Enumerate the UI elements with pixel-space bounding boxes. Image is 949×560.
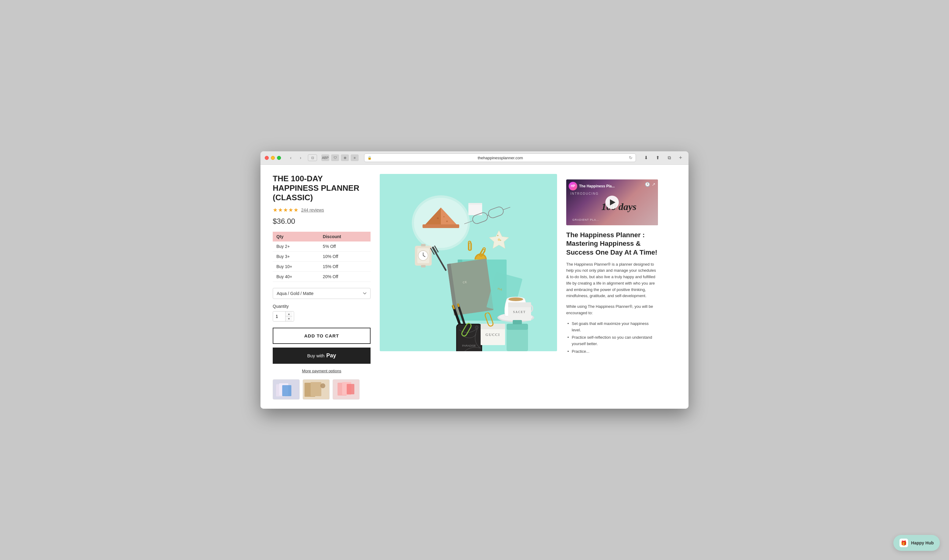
- share-icon[interactable]: ⬆: [653, 154, 662, 162]
- discount-row-4: Buy 40+ 20% Off: [273, 272, 371, 282]
- tab-overview-button[interactable]: ⊡: [308, 154, 317, 161]
- svg-rect-78: [507, 324, 528, 330]
- minimize-button[interactable]: [271, 156, 275, 160]
- svg-text:SACET: SACET: [513, 310, 526, 314]
- back-button[interactable]: ‹: [286, 154, 295, 161]
- add-to-cart-button[interactable]: ADD TO CART: [273, 328, 371, 344]
- sidebar-icon[interactable]: ⧉: [664, 154, 674, 162]
- bullet-list: Set goals that will maximize your happin…: [566, 321, 658, 355]
- happy-hub-button[interactable]: 🎁 Happy Hub: [894, 535, 940, 551]
- product-title: THE 100-DAY HAPPINESS PLANNER (CLASSIC): [273, 174, 371, 203]
- menu-icon[interactable]: ≡: [351, 154, 358, 161]
- more-payment-link[interactable]: More payment options: [273, 369, 371, 373]
- address-bar[interactable]: 🔒 thehappinessplanner.com ↻: [364, 154, 636, 162]
- maximize-button[interactable]: [277, 156, 281, 160]
- discount-cell: 15% Off: [319, 262, 371, 272]
- svg-point-73: [508, 297, 523, 301]
- thumbnail-3[interactable]: [333, 379, 360, 400]
- svg-text:CE: CE: [463, 280, 468, 284]
- browser-titlebar: ‹ › ⊡ ABP 🛡 ⊕ ≡ 🔒 thehappinessplanner.co…: [260, 151, 689, 165]
- qty-cell: Buy 40+: [273, 272, 319, 282]
- svg-text:PARADISE: PARADISE: [462, 344, 476, 347]
- svg-rect-6: [311, 382, 321, 396]
- svg-rect-17: [423, 225, 459, 228]
- svg-text:✦: ✦: [497, 234, 499, 237]
- adblock-icon[interactable]: ABP: [321, 154, 329, 161]
- translate-icon[interactable]: ⊕: [341, 154, 349, 161]
- quantity-decrement[interactable]: ▼: [286, 316, 292, 321]
- page-content: THE 100-DAY HAPPINESS PLANNER (CLASSIC) …: [260, 165, 689, 409]
- shield-icon[interactable]: 🛡: [331, 154, 339, 161]
- svg-rect-11: [347, 384, 354, 394]
- gift-icon: 🎁: [901, 540, 907, 546]
- bullet-item-1: Set goals that will maximize your happin…: [566, 321, 658, 334]
- quantity-input[interactable]: [273, 312, 285, 321]
- play-button[interactable]: [605, 195, 619, 209]
- discount-cell: 10% Off: [319, 252, 371, 262]
- svg-rect-33: [421, 244, 426, 246]
- toolbar-right: ⬇ ⬆ ⧉: [641, 154, 674, 162]
- quantity-increment[interactable]: ▲: [286, 311, 292, 316]
- svg-point-69: [475, 326, 478, 329]
- qty-header: Qty: [273, 232, 319, 242]
- refresh-icon[interactable]: ↻: [629, 155, 632, 160]
- discount-row-2: Buy 3+ 10% Off: [273, 252, 371, 262]
- qty-cell: Buy 3+: [273, 252, 319, 262]
- thumbnail-1[interactable]: [273, 379, 300, 400]
- planner-section-title: The Happiness Planner : Mastering Happin…: [566, 231, 658, 257]
- traffic-lights: [265, 156, 281, 160]
- apple-pay-icon: Pay: [326, 352, 336, 359]
- svg-text:GRADIENT PLA...: GRADIENT PLA...: [572, 218, 599, 221]
- left-panel: THE 100-DAY HAPPINESS PLANNER (CLASSIC) …: [273, 174, 371, 400]
- svg-text:INTRODUCING: INTRODUCING: [571, 192, 599, 195]
- star-rating: ★★★★★: [273, 207, 299, 213]
- download-icon[interactable]: ⬇: [641, 154, 651, 162]
- forward-button[interactable]: ›: [296, 154, 305, 161]
- lock-icon: 🔒: [368, 156, 372, 160]
- thumbnail-2[interactable]: [303, 379, 329, 400]
- extension-icons: ABP 🛡 ⊕ ≡: [321, 154, 358, 161]
- happy-hub-label: Happy Hub: [911, 540, 934, 545]
- quantity-input-group: ▲ ▼: [273, 311, 294, 322]
- quantity-spinners: ▲ ▼: [285, 311, 292, 321]
- discount-cell: 5% Off: [319, 242, 371, 252]
- svg-rect-75: [508, 302, 531, 307]
- review-count[interactable]: 244 reviews: [301, 208, 324, 212]
- quantity-wrapper: ▲ ▼: [273, 311, 371, 322]
- thumbnails: [273, 379, 371, 400]
- happy-hub-icon: 🎁: [900, 538, 908, 547]
- svg-rect-22: [468, 203, 482, 205]
- discount-table: Qty Discount Buy 2+ 5% Off Buy 3+ 10% Of…: [273, 232, 371, 282]
- discount-row-3: Buy 10+ 15% Off: [273, 262, 371, 272]
- svg-point-18: [437, 217, 439, 219]
- quantity-label: Quantity: [273, 304, 371, 309]
- new-tab-button[interactable]: +: [677, 154, 684, 162]
- share-video-icon: ↗: [652, 182, 655, 187]
- svg-point-7: [320, 383, 325, 388]
- variant-select[interactable]: Aqua / Gold / Matte: [273, 288, 371, 299]
- svg-point-20: [446, 220, 448, 222]
- svg-rect-79: [513, 320, 522, 324]
- close-button[interactable]: [265, 156, 269, 160]
- stars-row: ★★★★★ 244 reviews: [273, 207, 371, 213]
- qty-cell: Buy 10+: [273, 262, 319, 272]
- channel-label: HP: [571, 184, 575, 188]
- qty-cell: Buy 2+: [273, 242, 319, 252]
- buy-with-pay-button[interactable]: Buy with Pay: [273, 348, 371, 364]
- discount-cell: 20% Off: [319, 272, 371, 282]
- video-icons: 🕐 ↗: [645, 182, 655, 187]
- discount-header: Discount: [319, 232, 371, 242]
- while-using-text: While using The Happiness Planner®, you …: [566, 303, 658, 316]
- main-product-image: ✦ ✦ HAPPINESS PLANNER H: [380, 174, 557, 400]
- svg-rect-3: [282, 385, 291, 396]
- video-thumbnail[interactable]: HP The Happiness Pla... 🕐 ↗ INTRODUCING …: [566, 179, 658, 225]
- nav-buttons: ‹ ›: [286, 154, 305, 161]
- svg-text:✦: ✦: [500, 239, 502, 242]
- svg-text:GUCCI: GUCCI: [486, 332, 500, 337]
- browser-window: ‹ › ⊡ ABP 🛡 ⊕ ≡ 🔒 thehappinessplanner.co…: [260, 151, 689, 409]
- bullet-item-2: Practice self-reflection so you can unde…: [566, 334, 658, 347]
- tab-icon: ⊡: [311, 156, 314, 160]
- play-icon: [610, 199, 615, 205]
- channel-icon: HP: [569, 182, 577, 191]
- product-svg: ✦ ✦ HAPPINESS PLANNER H: [380, 174, 557, 351]
